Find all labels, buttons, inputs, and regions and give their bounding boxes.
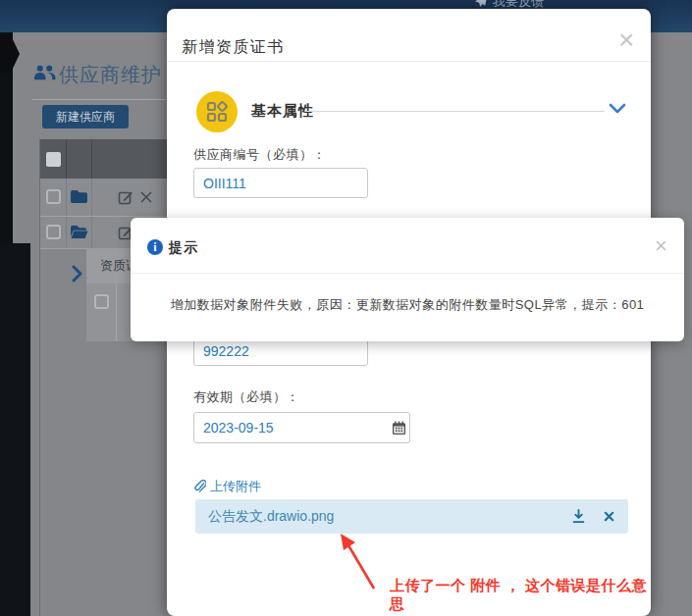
- valid-date-input[interactable]: 2023-09-15: [193, 412, 410, 443]
- alert-divider: [131, 273, 684, 274]
- upload-link-label: 上传附件: [210, 478, 261, 495]
- row-checkbox[interactable]: [46, 189, 61, 204]
- paperclip-icon: [193, 480, 206, 493]
- paper-plane-icon: [474, 0, 488, 9]
- section-title: 基本属性: [251, 102, 314, 121]
- folder-open-icon[interactable]: [70, 225, 88, 239]
- annotation-arrow: [329, 530, 388, 593]
- alert-popup: i 提示 × 增加数据对象附件失败，原因：更新数据对象的附件数量时SQL异常，提…: [131, 218, 684, 341]
- calendar-icon[interactable]: [392, 421, 406, 436]
- alert-title: 提示: [169, 239, 198, 257]
- row-checkbox[interactable]: [46, 225, 61, 239]
- alert-close-button[interactable]: ×: [655, 235, 667, 257]
- folder-closed-icon[interactable]: [70, 189, 88, 204]
- edit-icon[interactable]: [118, 189, 133, 205]
- attachment-filename: 公告发文.drawio.png: [208, 508, 571, 526]
- dialog-close-button[interactable]: ×: [618, 26, 634, 54]
- download-icon[interactable]: [571, 509, 586, 524]
- valid-date-label: 有效期（必填）：: [193, 388, 299, 406]
- expand-row-chevron[interactable]: [71, 265, 82, 282]
- dialog-header-divider: [167, 61, 651, 62]
- app-grid-icon: [206, 101, 228, 123]
- new-supplier-button[interactable]: 新建供应商: [42, 105, 129, 128]
- collapsed-sidebar-lower: [0, 243, 30, 616]
- sidebar-collapse-handle[interactable]: [0, 35, 20, 73]
- select-all-checkbox[interactable]: [46, 152, 61, 167]
- suppliers-icon: [33, 65, 56, 83]
- table-left-border: [39, 139, 40, 616]
- section-icon-badge: [196, 91, 238, 132]
- upload-attachment-link[interactable]: 上传附件: [193, 478, 261, 495]
- app-root: 我要反馈 供应商维护 新建供应商: [0, 0, 692, 616]
- supplier-no-label: 供应商编号（必填）：: [193, 146, 326, 164]
- annotation-text: 上传了一个 附件 ， 这个错误是什么意思: [390, 577, 651, 614]
- valid-date-value: 2023-09-15: [203, 420, 274, 436]
- delete-x-icon[interactable]: [139, 190, 153, 204]
- page-title: 供应商维护: [59, 62, 162, 88]
- alert-message: 增加数据对象附件失败，原因：更新数据对象的附件数量时SQL异常，提示：601: [160, 296, 655, 314]
- attachment-row: 公告发文.drawio.png: [195, 499, 628, 534]
- chevron-down-icon[interactable]: [609, 103, 626, 115]
- dialog-title: 新增资质证书: [182, 37, 285, 58]
- remove-attachment-icon[interactable]: [604, 511, 614, 522]
- section-divider: [306, 111, 605, 112]
- supplier-no-input[interactable]: OIII111: [193, 168, 368, 198]
- info-icon: i: [147, 239, 163, 255]
- nested-row-checkbox[interactable]: [94, 294, 109, 309]
